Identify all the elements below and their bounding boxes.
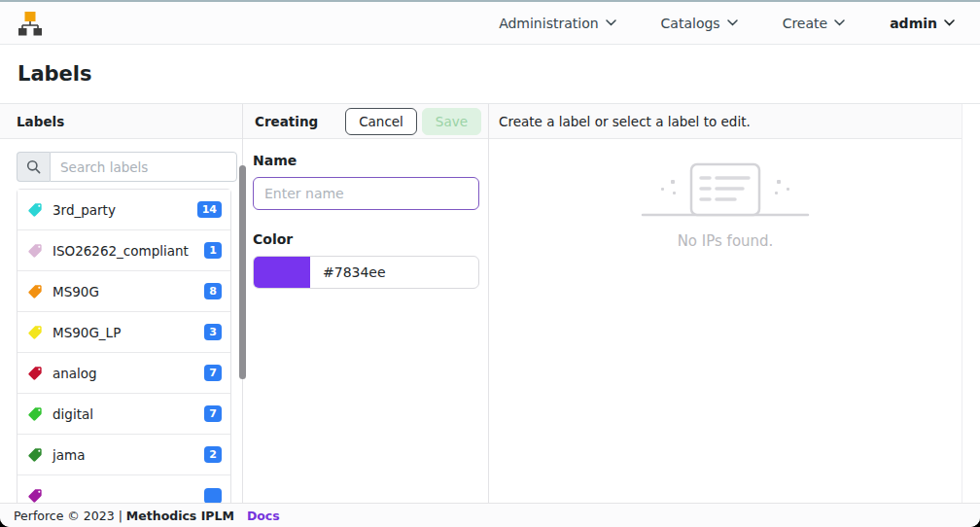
editor-actions: Cancel Save [345, 108, 481, 135]
label-list-item[interactable]: MS90G 8 [18, 271, 230, 312]
nav-user-menu[interactable]: admin [890, 16, 955, 31]
tag-icon [27, 284, 43, 299]
color-swatch[interactable] [254, 257, 310, 288]
search-input[interactable] [50, 152, 237, 182]
nav-menu: Administration Catalogs Create admin [499, 16, 955, 31]
nav-user-label: admin [890, 16, 937, 31]
label-name: digital [52, 406, 93, 422]
nav-administration[interactable]: Administration [499, 16, 615, 31]
label-list-item[interactable]: analog 7 [18, 353, 230, 394]
label-name: MS90G_LP [52, 325, 121, 340]
docs-link[interactable]: Docs [247, 509, 280, 523]
cancel-button[interactable]: Cancel [345, 108, 417, 135]
right-gutter [962, 104, 980, 503]
tag-icon [27, 488, 43, 503]
label-detail-panel: Create a label or select a label to edit… [489, 104, 962, 503]
label-name: MS90G [52, 284, 99, 299]
footer-brand: Methodics IPLM [126, 509, 234, 523]
label-count-badge: 1 [204, 242, 222, 259]
label-list-item[interactable]: digital 7 [18, 394, 230, 435]
search-icon [26, 159, 41, 174]
search-icon-box [17, 152, 50, 182]
labels-panel-header: Labels [0, 104, 242, 139]
label-list-item[interactable]: jama 2 [18, 435, 230, 475]
footer-copyright: Perforce © 2023 | [14, 509, 122, 523]
page-title-bar: Labels [0, 45, 980, 104]
detail-header: Create a label or select a label to edit… [489, 104, 962, 139]
label-search-group [17, 152, 237, 182]
labels-panel-title: Labels [17, 114, 64, 129]
label-count-badge: 3 [204, 324, 222, 340]
label-name: jama [52, 447, 85, 463]
label-list-item[interactable]: MS90G_LP 3 [18, 312, 230, 353]
editor-mode-title: Creating [255, 114, 318, 129]
chevron-down-icon [606, 19, 616, 26]
empty-state-text: No IPs found. [678, 232, 774, 250]
label-list-item[interactable]: ISO26262_compliant 1 [18, 230, 230, 271]
label-count-badge: 14 [197, 201, 222, 218]
editor-form: Name Color #7834ee [243, 139, 488, 302]
nav-catalogs-label: Catalogs [661, 16, 720, 31]
page-title: Labels [18, 62, 92, 86]
label-search-area [0, 139, 242, 189]
empty-state: No IPs found. [489, 158, 962, 250]
label-list: 3rd_party 14 ISO26262_compliant 1 [17, 189, 231, 503]
label-name: ISO26262_compliant [52, 243, 189, 259]
nav-create[interactable]: Create [783, 16, 846, 31]
color-picker-input[interactable]: #7834ee [253, 256, 479, 289]
tag-icon [27, 366, 43, 381]
chevron-down-icon [834, 19, 845, 26]
label-count-badge: 2 [204, 446, 222, 463]
label-list-item[interactable] [18, 475, 230, 503]
detail-header-text: Create a label or select a label to edit… [499, 114, 751, 129]
tag-icon [27, 202, 43, 218]
label-list-scrollbar[interactable] [239, 165, 246, 379]
tag-icon [27, 243, 43, 259]
label-count-badge: 7 [204, 365, 222, 381]
tag-icon [27, 406, 43, 422]
label-list-item[interactable]: 3rd_party 14 [18, 190, 230, 230]
label-count-badge [204, 488, 222, 503]
nav-create-label: Create [783, 16, 828, 31]
chevron-down-icon [944, 19, 955, 26]
name-input[interactable] [253, 177, 479, 210]
tag-icon [27, 325, 43, 340]
label-name: analog [52, 366, 97, 381]
tag-icon [27, 447, 43, 463]
label-name: 3rd_party [52, 202, 116, 218]
label-count-badge: 7 [204, 405, 222, 422]
nav-administration-label: Administration [499, 16, 598, 31]
color-field-label: Color [253, 231, 478, 247]
footer: Perforce © 2023 | Methodics IPLM Docs [0, 503, 980, 527]
color-value-text: #7834ee [310, 264, 386, 280]
name-field-label: Name [253, 153, 478, 168]
app-logo-hierarchy-icon[interactable] [18, 10, 43, 37]
top-navbar: Administration Catalogs Create admin [0, 2, 980, 45]
no-ips-illustration-icon [589, 158, 861, 223]
editor-header: Creating Cancel Save [243, 104, 488, 139]
chevron-down-icon [727, 19, 738, 26]
label-editor-panel: Creating Cancel Save Name Color #7834ee [243, 104, 489, 503]
app-window: Administration Catalogs Create admin Lab… [0, 0, 980, 527]
labels-list-panel: Labels [0, 104, 243, 503]
main-content: Labels [0, 104, 980, 503]
save-button[interactable]: Save [422, 108, 481, 135]
label-count-badge: 8 [204, 283, 222, 299]
nav-catalogs[interactable]: Catalogs [661, 16, 738, 31]
